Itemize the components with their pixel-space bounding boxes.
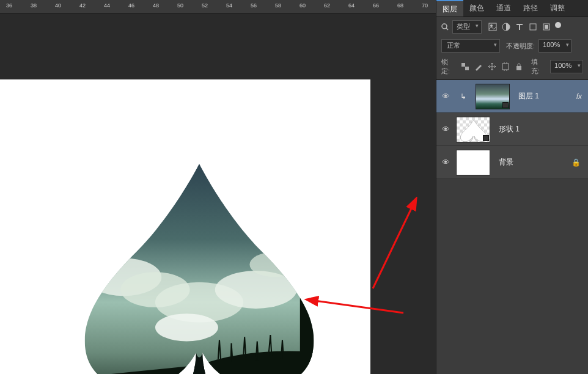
panel-tabs: 图层 颜色 通道 路径 调整 xyxy=(436,0,588,17)
layer-thumbnail[interactable] xyxy=(456,117,490,142)
filter-toggle-icon[interactable] xyxy=(555,22,561,28)
svg-rect-21 xyxy=(516,66,521,70)
ruler-mark: 46 xyxy=(128,2,134,9)
lock-brush-icon[interactable] xyxy=(474,62,483,72)
lock-label: 锁定: xyxy=(441,57,457,76)
layer-row[interactable]: 👁 背景 🔒 xyxy=(436,146,588,179)
tab-adjustments[interactable]: 调整 xyxy=(544,0,571,16)
svg-rect-0 xyxy=(73,164,325,374)
svg-rect-20 xyxy=(502,64,509,70)
spade-shape[interactable] xyxy=(72,164,326,374)
layer-row[interactable]: 👁 ↳ 图层 1 fx xyxy=(436,80,588,113)
layer-thumbnail[interactable] xyxy=(456,150,490,175)
smartobject-badge-icon xyxy=(502,102,509,108)
blend-mode-select[interactable]: 正常 xyxy=(441,39,500,53)
clip-indicator-icon: ↳ xyxy=(456,92,471,101)
layer-thumbnail[interactable] xyxy=(476,84,510,109)
annotation-arrow xyxy=(361,197,434,295)
fill-label: 填充: xyxy=(531,57,546,76)
visibility-icon[interactable]: 👁 xyxy=(440,158,451,167)
ruler-mark: 58 xyxy=(275,2,281,9)
ruler-mark: 50 xyxy=(177,2,183,9)
filter-type-label: 类型 xyxy=(457,23,470,30)
lock-move-icon[interactable] xyxy=(487,62,497,72)
ruler-mark: 68 xyxy=(397,2,403,9)
filter-adjustment-icon[interactable] xyxy=(501,22,511,32)
svg-point-10 xyxy=(442,24,447,29)
filter-pixel-icon[interactable] xyxy=(488,22,498,32)
blend-row: 正常 不透明度: 100% xyxy=(436,37,588,55)
svg-rect-18 xyxy=(461,63,465,67)
filter-type-select[interactable]: 类型 xyxy=(452,20,482,34)
blend-mode-value: 正常 xyxy=(447,42,460,49)
filter-shape-icon[interactable] xyxy=(528,22,538,32)
ruler-mark: 54 xyxy=(226,2,232,9)
layer-name[interactable]: 形状 1 xyxy=(499,124,584,134)
lock-row: 锁定: 填充: 100% xyxy=(436,55,588,80)
opacity-input[interactable]: 100% xyxy=(538,39,571,53)
search-icon xyxy=(441,23,449,31)
svg-point-6 xyxy=(155,314,218,341)
tab-paths[interactable]: 路径 xyxy=(517,0,544,16)
artboard[interactable] xyxy=(0,79,370,374)
ruler-mark: 62 xyxy=(324,2,330,9)
lock-transparency-icon[interactable] xyxy=(460,62,470,72)
canvas-area[interactable] xyxy=(0,13,436,374)
visibility-icon[interactable]: 👁 xyxy=(440,125,451,134)
tab-channels[interactable]: 通道 xyxy=(490,0,517,16)
svg-rect-19 xyxy=(465,67,469,70)
ruler-mark: 70 xyxy=(422,2,428,9)
ruler-mark: 48 xyxy=(153,2,159,9)
svg-line-11 xyxy=(446,28,448,30)
ruler-mark: 36 xyxy=(6,2,12,9)
tab-colors[interactable]: 颜色 xyxy=(463,0,490,16)
tab-layers[interactable]: 图层 xyxy=(436,0,463,16)
ruler-mark: 42 xyxy=(79,2,86,9)
svg-rect-12 xyxy=(489,23,496,31)
svg-point-5 xyxy=(249,252,300,277)
svg-rect-17 xyxy=(545,25,548,29)
svg-rect-7 xyxy=(300,246,325,372)
visibility-icon[interactable]: 👁 xyxy=(440,92,451,101)
svg-line-9 xyxy=(373,206,413,288)
ruler-mark: 44 xyxy=(104,2,110,9)
svg-point-4 xyxy=(215,271,297,309)
vector-badge-icon xyxy=(483,135,489,141)
fill-value: 100% xyxy=(554,62,571,69)
panels: 图层 颜色 通道 路径 调整 类型 正常 不透明度: 100% 锁定: 填 xyxy=(436,0,588,374)
opacity-label: 不透明度: xyxy=(506,42,535,51)
layer-name[interactable]: 背景 xyxy=(499,157,567,167)
ruler-mark: 64 xyxy=(348,2,355,9)
layers-list: 👁 ↳ 图层 1 fx 👁 形状 1 👁 背景 🔒 xyxy=(436,80,588,179)
ruler-mark: 52 xyxy=(202,2,208,9)
ruler-mark: 38 xyxy=(31,2,37,9)
ruler-mark: 56 xyxy=(251,2,257,9)
layer-fx-label[interactable]: fx xyxy=(576,92,584,101)
lock-artboard-icon[interactable] xyxy=(501,62,510,72)
layer-filter-row: 类型 xyxy=(436,17,588,37)
layer-name[interactable]: 图层 1 xyxy=(518,91,571,101)
filter-text-icon[interactable] xyxy=(515,22,524,32)
opacity-value: 100% xyxy=(543,41,560,48)
ruler-top: 36 38 40 42 44 46 48 50 52 54 56 58 60 6… xyxy=(0,0,436,13)
lock-icon[interactable]: 🔒 xyxy=(571,158,584,167)
ruler-mark: 60 xyxy=(300,2,306,9)
svg-rect-15 xyxy=(530,24,536,30)
fill-input[interactable]: 100% xyxy=(550,60,583,73)
layer-row[interactable]: 👁 形状 1 xyxy=(436,113,588,146)
ruler-mark: 66 xyxy=(373,2,379,9)
ruler-mark: 40 xyxy=(55,2,61,9)
lock-all-icon[interactable] xyxy=(514,62,524,72)
filter-smartobject-icon[interactable] xyxy=(542,22,551,32)
